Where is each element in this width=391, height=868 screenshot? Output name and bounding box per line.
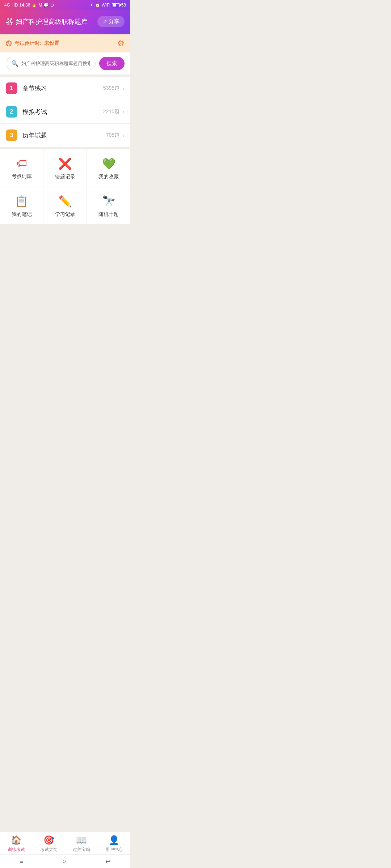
chevron-right-icon-2: ›	[122, 108, 125, 116]
search-area: 🔍 搜索	[0, 52, 130, 75]
category-count-3: 705题	[106, 132, 119, 139]
pencil-icon: ✏️	[58, 195, 72, 208]
category-item-1[interactable]: 1 章节练习 5395题 ›	[0, 77, 130, 100]
countdown-label: 考试倒计时:	[14, 40, 41, 47]
app-logo-icon: 器	[6, 17, 13, 26]
signal-icon: 4G	[4, 3, 10, 8]
alarm-icon: ⏰	[95, 3, 100, 8]
chevron-right-icon-3: ›	[122, 132, 125, 139]
func-label-suiji: 随机十题	[98, 211, 119, 218]
category-list: 1 章节练习 5395题 › 2 模拟考试 2215题 › 3 历年试题 705…	[0, 77, 130, 147]
status-left: 4G HD 14:36 🔥 M 💬 ⊙	[4, 3, 54, 8]
status-right: ✦ ⏰ WiFi 58	[90, 3, 126, 8]
category-num-2: 2	[6, 106, 17, 118]
countdown-bar: ⏱ 考试倒计时: 未设置 ⚙	[0, 34, 130, 52]
compass-icon: ⊙	[50, 3, 54, 8]
wifi-icon: WiFi	[102, 3, 110, 8]
function-grid: 🏷 考点词库 ❌ 错题记录 💚 我的收藏 📋 我的笔记 ✏️ 学习记录 🔭 随机…	[0, 149, 130, 224]
function-item-shoucang[interactable]: 💚 我的收藏	[87, 149, 130, 187]
chevron-right-icon-1: ›	[122, 85, 125, 92]
tag-icon: 🏷	[16, 157, 27, 170]
func-label-kaodian: 考点词库	[12, 173, 32, 180]
chat-icon: 💬	[43, 3, 49, 8]
notes-icon: 📋	[15, 195, 28, 208]
empty-content-area	[0, 224, 130, 354]
category-item-3[interactable]: 3 历年试题 705题 ›	[0, 124, 130, 147]
category-name-2: 模拟考试	[22, 108, 103, 116]
category-name-1: 章节练习	[22, 84, 103, 93]
app-header: 器 妇产科护理高级职称题库 ↗ 分享	[0, 10, 130, 34]
category-num-3: 3	[6, 129, 17, 141]
function-item-kaodian[interactable]: 🏷 考点词库	[0, 149, 43, 187]
search-button[interactable]: 搜索	[99, 57, 125, 70]
clock-icon: ⏱	[6, 41, 12, 46]
share-icon: ↗	[102, 18, 107, 25]
function-item-cuoti[interactable]: ❌ 错题记录	[43, 149, 87, 187]
search-icon: 🔍	[11, 60, 18, 67]
search-wrapper: 🔍	[6, 57, 96, 70]
app-title: 妇产科护理高级职称题库	[16, 17, 88, 26]
status-bar: 4G HD 14:36 🔥 M 💬 ⊙ ✦ ⏰ WiFi 58	[0, 0, 130, 10]
bluetooth-icon: ✦	[90, 3, 93, 8]
settings-icon[interactable]: ⚙	[117, 39, 125, 48]
category-count-1: 5395题	[103, 85, 119, 92]
function-item-biji[interactable]: 📋 我的笔记	[0, 187, 43, 224]
m-icon: M	[38, 3, 42, 8]
x-circle-icon: ❌	[58, 157, 72, 170]
heart-icon: 💚	[102, 157, 115, 170]
func-label-shoucang: 我的收藏	[98, 174, 119, 180]
countdown-value: 未设置	[44, 40, 59, 47]
time: 14:36	[19, 3, 30, 8]
func-label-xuexi: 学习记录	[55, 211, 75, 218]
header-title-group: 器 妇产科护理高级职称题库	[6, 17, 88, 26]
category-count-2: 2215题	[103, 109, 119, 115]
category-num-1: 1	[6, 82, 17, 94]
countdown-info: ⏱ 考试倒计时: 未设置	[6, 40, 59, 47]
func-label-biji: 我的笔记	[12, 211, 32, 218]
category-name-3: 历年试题	[22, 131, 106, 140]
battery-icon	[112, 3, 120, 7]
share-button[interactable]: ↗ 分享	[97, 16, 125, 27]
category-item-2[interactable]: 2 模拟考试 2215题 ›	[0, 100, 130, 124]
share-label: 分享	[109, 18, 119, 25]
function-item-suiji[interactable]: 🔭 随机十题	[87, 187, 130, 224]
search-input[interactable]	[21, 61, 90, 66]
func-label-cuoti: 错题记录	[55, 174, 75, 180]
hd-icon: HD	[12, 3, 18, 8]
function-item-xuexi[interactable]: ✏️ 学习记录	[43, 187, 87, 224]
flame-icon: 🔥	[31, 3, 37, 8]
binoculars-icon: 🔭	[102, 195, 115, 208]
battery-level: 58	[121, 3, 126, 8]
